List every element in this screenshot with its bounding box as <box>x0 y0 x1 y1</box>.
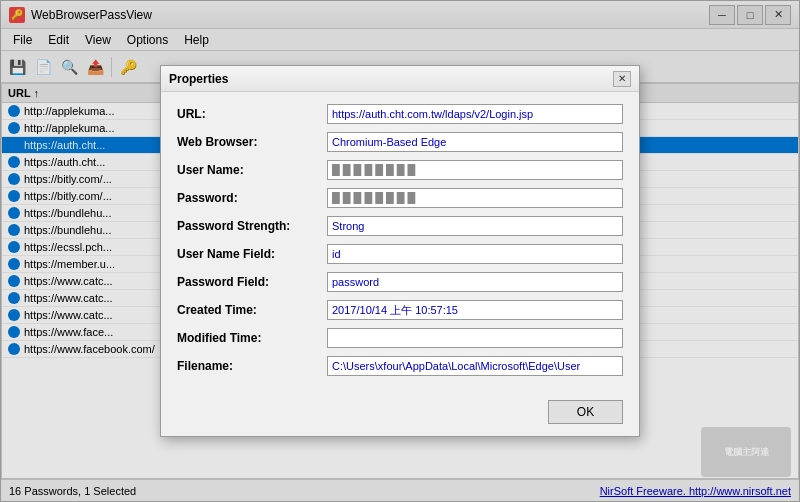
label-browser: Web Browser: <box>177 135 327 149</box>
label-password: Password: <box>177 191 327 205</box>
dialog-row-created-time: Created Time: <box>177 300 623 320</box>
label-filename: Filename: <box>177 359 327 373</box>
main-window: 🔑 WebBrowserPassView ─ □ ✕ File Edit Vie… <box>0 0 800 502</box>
label-url: URL: <box>177 107 327 121</box>
label-username: User Name: <box>177 163 327 177</box>
input-password-field[interactable] <box>327 272 623 292</box>
input-browser[interactable] <box>327 132 623 152</box>
dialog-title: Properties <box>169 72 228 86</box>
dialog-row-password: Password: <box>177 188 623 208</box>
label-username-field: User Name Field: <box>177 247 327 261</box>
input-modified-time[interactable] <box>327 328 623 348</box>
input-created-time[interactable] <box>327 300 623 320</box>
dialog-row-pw-strength: Password Strength: <box>177 216 623 236</box>
dialog-row-password-field: Password Field: <box>177 272 623 292</box>
input-password[interactable] <box>327 188 623 208</box>
ok-button[interactable]: OK <box>548 400 623 424</box>
dialog-row-modified-time: Modified Time: <box>177 328 623 348</box>
dialog-body: URL: Web Browser: User Name: Password: <box>161 92 639 396</box>
label-created-time: Created Time: <box>177 303 327 317</box>
dialog-row-browser: Web Browser: <box>177 132 623 152</box>
dialog-footer: OK <box>161 396 639 436</box>
dialog-row-username-field: User Name Field: <box>177 244 623 264</box>
dialog-close-button[interactable]: ✕ <box>613 71 631 87</box>
dialog-row-username: User Name: <box>177 160 623 180</box>
input-username-field[interactable] <box>327 244 623 264</box>
label-modified-time: Modified Time: <box>177 331 327 345</box>
input-username[interactable] <box>327 160 623 180</box>
label-pw-strength: Password Strength: <box>177 219 327 233</box>
dialog-row-filename: Filename: <box>177 356 623 376</box>
dialog-title-bar: Properties ✕ <box>161 66 639 92</box>
dialog-row-url: URL: <box>177 104 623 124</box>
label-password-field: Password Field: <box>177 275 327 289</box>
properties-dialog: Properties ✕ URL: Web Browser: User Name… <box>160 65 640 437</box>
input-url[interactable] <box>327 104 623 124</box>
input-pw-strength[interactable] <box>327 216 623 236</box>
dialog-overlay: Properties ✕ URL: Web Browser: User Name… <box>1 1 799 501</box>
input-filename[interactable] <box>327 356 623 376</box>
